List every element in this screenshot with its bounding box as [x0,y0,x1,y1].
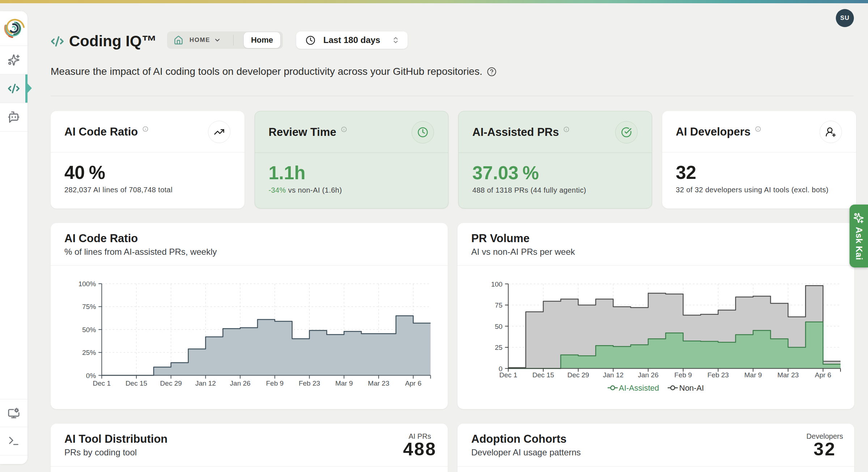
svg-text:Jan 26: Jan 26 [230,379,251,387]
svg-text:Dec 29: Dec 29 [160,379,182,387]
svg-text:Mar 9: Mar 9 [335,379,353,387]
svg-text:Feb 23: Feb 23 [707,371,729,379]
svg-text:Jan 26: Jan 26 [638,371,659,379]
svg-text:75%: 75% [82,303,96,310]
svg-text:Dec 1: Dec 1 [93,379,111,387]
svg-text:Dec 15: Dec 15 [532,371,554,379]
svg-text:50: 50 [495,323,502,330]
svg-text:Feb 9: Feb 9 [675,371,692,379]
svg-text:Jan 12: Jan 12 [603,371,624,379]
svg-text:Apr 6: Apr 6 [405,379,421,387]
svg-text:Jan 12: Jan 12 [195,379,216,387]
svg-text:75: 75 [495,301,502,309]
svg-text:Apr 6: Apr 6 [815,371,831,379]
svg-text:Feb 23: Feb 23 [299,379,320,387]
svg-text:Mar 9: Mar 9 [744,371,762,379]
svg-text:25: 25 [495,344,502,351]
svg-text:100: 100 [491,280,503,288]
svg-text:100%: 100% [78,280,96,288]
svg-text:25%: 25% [82,349,96,356]
svg-text:Mar 23: Mar 23 [368,379,389,387]
svg-text:AI-Assisted: AI-Assisted [619,383,659,392]
svg-text:Mar 23: Mar 23 [777,371,799,379]
svg-text:0%: 0% [86,372,96,379]
svg-text:Dec 1: Dec 1 [499,371,518,379]
svg-text:Dec 29: Dec 29 [567,371,589,379]
svg-text:50%: 50% [82,326,96,334]
svg-text:Non-AI: Non-AI [679,383,704,392]
svg-text:Dec 15: Dec 15 [125,379,147,387]
svg-text:Feb 9: Feb 9 [266,379,284,387]
